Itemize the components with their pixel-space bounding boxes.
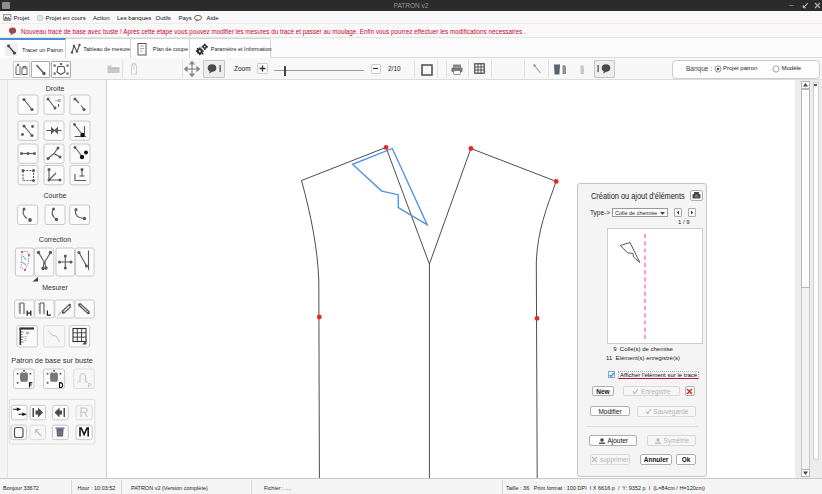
svg-text:Droite: Droite	[46, 85, 65, 92]
svg-text:–α: –α	[55, 97, 61, 103]
svg-text:Mesurer: Mesurer	[42, 284, 68, 291]
svg-text:Courbe: Courbe	[44, 192, 67, 199]
svg-text:Correction: Correction	[39, 236, 71, 243]
svg-text:Patron de base sur buste: Patron de base sur buste	[11, 356, 93, 365]
